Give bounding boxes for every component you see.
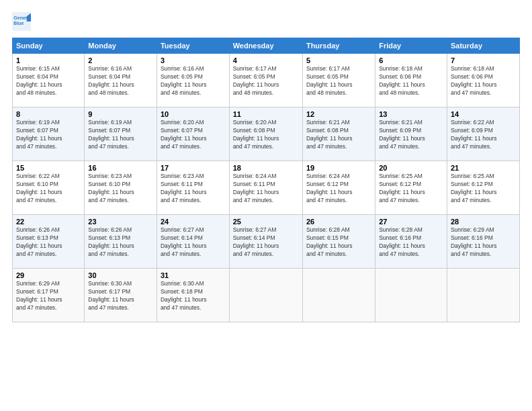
calendar-cell: 30Sunrise: 6:30 AMSunset: 6:17 PMDayligh… <box>85 269 157 322</box>
calendar-week-row: 29Sunrise: 6:29 AMSunset: 6:17 PMDayligh… <box>13 269 520 322</box>
day-number: 31 <box>161 271 226 279</box>
calendar-cell: 3Sunrise: 6:16 AMSunset: 6:05 PMDaylight… <box>157 54 229 107</box>
calendar-header-saturday: Saturday <box>447 38 519 54</box>
day-number: 5 <box>306 56 371 64</box>
calendar-cell: 28Sunrise: 6:29 AMSunset: 6:16 PMDayligh… <box>447 215 519 269</box>
day-info: Sunrise: 6:22 AMSunset: 6:09 PMDaylight:… <box>451 119 516 151</box>
day-info: Sunrise: 6:19 AMSunset: 6:07 PMDaylight:… <box>16 119 81 151</box>
day-info: Sunrise: 6:19 AMSunset: 6:07 PMDaylight:… <box>88 119 153 151</box>
day-info: Sunrise: 6:28 AMSunset: 6:16 PMDaylight:… <box>379 226 443 259</box>
day-number: 6 <box>379 56 443 64</box>
day-number: 18 <box>233 164 299 172</box>
calendar-cell: 7Sunrise: 6:18 AMSunset: 6:06 PMDaylight… <box>447 54 519 107</box>
day-info: Sunrise: 6:18 AMSunset: 6:06 PMDaylight:… <box>451 65 516 97</box>
calendar-cell <box>229 269 302 322</box>
day-info: Sunrise: 6:26 AMSunset: 6:13 PMDaylight:… <box>88 226 153 259</box>
day-info: Sunrise: 6:24 AMSunset: 6:12 PMDaylight:… <box>306 173 371 205</box>
logo-icon: General Blue <box>12 12 31 31</box>
day-number: 27 <box>379 218 443 226</box>
day-number: 22 <box>16 218 81 226</box>
day-number: 24 <box>161 218 226 226</box>
calendar-cell: 29Sunrise: 6:29 AMSunset: 6:17 PMDayligh… <box>13 269 85 322</box>
day-info: Sunrise: 6:29 AMSunset: 6:16 PMDaylight:… <box>451 226 516 259</box>
day-number: 16 <box>88 164 153 172</box>
day-info: Sunrise: 6:23 AMSunset: 6:11 PMDaylight:… <box>161 173 226 205</box>
day-info: Sunrise: 6:25 AMSunset: 6:12 PMDaylight:… <box>379 173 443 205</box>
svg-text:Blue: Blue <box>13 21 24 26</box>
calendar-week-row: 15Sunrise: 6:22 AMSunset: 6:10 PMDayligh… <box>13 161 520 215</box>
day-info: Sunrise: 6:17 AMSunset: 6:05 PMDaylight:… <box>306 65 371 97</box>
calendar-cell: 5Sunrise: 6:17 AMSunset: 6:05 PMDaylight… <box>302 54 375 107</box>
day-number: 10 <box>161 110 226 118</box>
calendar-cell: 4Sunrise: 6:17 AMSunset: 6:05 PMDaylight… <box>229 54 302 107</box>
calendar-cell: 24Sunrise: 6:27 AMSunset: 6:14 PMDayligh… <box>157 215 229 269</box>
day-number: 3 <box>161 56 226 64</box>
day-number: 25 <box>233 218 299 226</box>
calendar-cell: 11Sunrise: 6:20 AMSunset: 6:08 PMDayligh… <box>229 107 302 161</box>
day-info: Sunrise: 6:24 AMSunset: 6:11 PMDaylight:… <box>233 173 299 205</box>
day-info: Sunrise: 6:16 AMSunset: 6:04 PMDaylight:… <box>88 65 153 97</box>
calendar-cell: 16Sunrise: 6:23 AMSunset: 6:10 PMDayligh… <box>85 161 157 215</box>
day-info: Sunrise: 6:21 AMSunset: 6:09 PMDaylight:… <box>379 119 443 151</box>
day-number: 26 <box>306 218 371 226</box>
calendar-cell: 15Sunrise: 6:22 AMSunset: 6:10 PMDayligh… <box>13 161 85 215</box>
day-number: 7 <box>451 56 516 64</box>
day-number: 4 <box>233 56 299 64</box>
day-number: 11 <box>233 110 299 118</box>
day-info: Sunrise: 6:16 AMSunset: 6:05 PMDaylight:… <box>161 65 226 97</box>
day-info: Sunrise: 6:27 AMSunset: 6:14 PMDaylight:… <box>233 226 299 259</box>
day-number: 21 <box>451 164 516 172</box>
calendar-cell: 25Sunrise: 6:27 AMSunset: 6:14 PMDayligh… <box>229 215 302 269</box>
day-number: 28 <box>451 218 516 226</box>
calendar-cell: 2Sunrise: 6:16 AMSunset: 6:04 PMDaylight… <box>85 54 157 107</box>
calendar-header-monday: Monday <box>85 38 157 54</box>
page: General Blue SundayMondayTuesdayWednesda… <box>0 0 532 411</box>
day-number: 29 <box>16 271 81 279</box>
calendar-cell <box>302 269 375 322</box>
day-info: Sunrise: 6:30 AMSunset: 6:17 PMDaylight:… <box>88 280 153 312</box>
calendar-cell: 6Sunrise: 6:18 AMSunset: 6:06 PMDaylight… <box>375 54 447 107</box>
day-info: Sunrise: 6:17 AMSunset: 6:05 PMDaylight:… <box>233 65 299 97</box>
calendar-cell: 17Sunrise: 6:23 AMSunset: 6:11 PMDayligh… <box>157 161 229 215</box>
day-info: Sunrise: 6:23 AMSunset: 6:10 PMDaylight:… <box>88 173 153 205</box>
calendar-cell: 23Sunrise: 6:26 AMSunset: 6:13 PMDayligh… <box>85 215 157 269</box>
day-info: Sunrise: 6:30 AMSunset: 6:18 PMDaylight:… <box>161 280 226 312</box>
day-info: Sunrise: 6:15 AMSunset: 6:04 PMDaylight:… <box>16 65 81 97</box>
day-info: Sunrise: 6:25 AMSunset: 6:12 PMDaylight:… <box>451 173 516 205</box>
day-number: 14 <box>451 110 516 118</box>
calendar-table: SundayMondayTuesdayWednesdayThursdayFrid… <box>12 38 520 322</box>
day-number: 12 <box>306 110 371 118</box>
calendar-week-row: 8Sunrise: 6:19 AMSunset: 6:07 PMDaylight… <box>13 107 520 161</box>
calendar-cell: 1Sunrise: 6:15 AMSunset: 6:04 PMDaylight… <box>13 54 85 107</box>
day-number: 2 <box>88 56 153 64</box>
day-number: 30 <box>88 271 153 279</box>
calendar-header-friday: Friday <box>375 38 447 54</box>
calendar-cell: 9Sunrise: 6:19 AMSunset: 6:07 PMDaylight… <box>85 107 157 161</box>
calendar-cell: 13Sunrise: 6:21 AMSunset: 6:09 PMDayligh… <box>375 107 447 161</box>
calendar-cell <box>447 269 519 322</box>
day-info: Sunrise: 6:27 AMSunset: 6:14 PMDaylight:… <box>161 226 226 259</box>
calendar-week-row: 1Sunrise: 6:15 AMSunset: 6:04 PMDaylight… <box>13 54 520 107</box>
calendar-cell: 26Sunrise: 6:28 AMSunset: 6:15 PMDayligh… <box>302 215 375 269</box>
day-info: Sunrise: 6:26 AMSunset: 6:13 PMDaylight:… <box>16 226 81 259</box>
calendar-week-row: 22Sunrise: 6:26 AMSunset: 6:13 PMDayligh… <box>13 215 520 269</box>
day-number: 17 <box>161 164 226 172</box>
calendar-cell: 31Sunrise: 6:30 AMSunset: 6:18 PMDayligh… <box>157 269 229 322</box>
day-info: Sunrise: 6:20 AMSunset: 6:08 PMDaylight:… <box>233 119 299 151</box>
calendar-header-tuesday: Tuesday <box>157 38 229 54</box>
day-number: 15 <box>16 164 81 172</box>
day-number: 1 <box>16 56 81 64</box>
calendar-header-wednesday: Wednesday <box>229 38 302 54</box>
calendar-cell: 10Sunrise: 6:20 AMSunset: 6:07 PMDayligh… <box>157 107 229 161</box>
day-info: Sunrise: 6:20 AMSunset: 6:07 PMDaylight:… <box>161 119 226 151</box>
calendar-cell: 20Sunrise: 6:25 AMSunset: 6:12 PMDayligh… <box>375 161 447 215</box>
calendar-cell: 19Sunrise: 6:24 AMSunset: 6:12 PMDayligh… <box>302 161 375 215</box>
day-number: 13 <box>379 110 443 118</box>
header: General Blue <box>12 12 520 31</box>
day-number: 19 <box>306 164 371 172</box>
day-number: 20 <box>379 164 443 172</box>
day-info: Sunrise: 6:29 AMSunset: 6:17 PMDaylight:… <box>16 280 81 312</box>
calendar-cell <box>375 269 447 322</box>
calendar-cell: 22Sunrise: 6:26 AMSunset: 6:13 PMDayligh… <box>13 215 85 269</box>
calendar-cell: 14Sunrise: 6:22 AMSunset: 6:09 PMDayligh… <box>447 107 519 161</box>
